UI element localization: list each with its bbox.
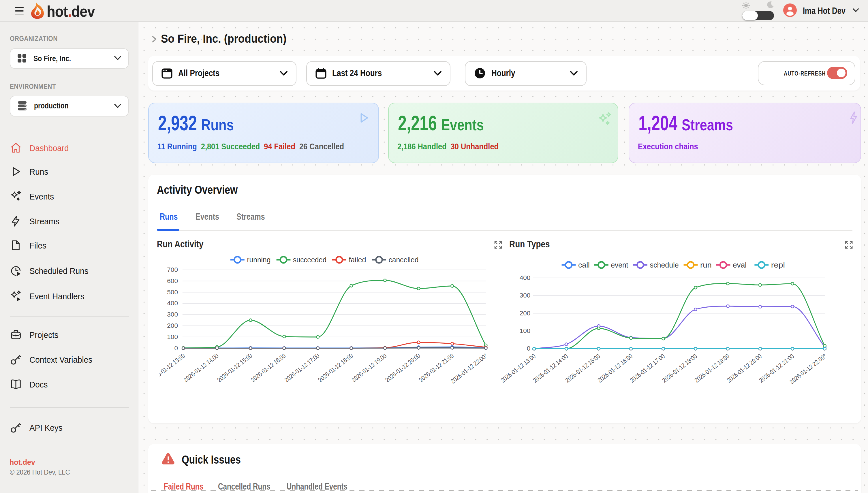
- svg-text:700: 700: [167, 266, 178, 273]
- svg-text:2026-01-12 16:00: 2026-01-12 16:00: [596, 352, 634, 384]
- svg-text:event: event: [611, 261, 628, 269]
- svg-text:2026-01-12 18:00: 2026-01-12 18:00: [661, 352, 698, 384]
- svg-text:2026-01-12 19:00: 2026-01-12 19:00: [350, 352, 387, 383]
- svg-text:2026-01-12 15:00: 2026-01-12 15:00: [215, 352, 253, 383]
- svg-text:eval: eval: [733, 261, 746, 269]
- svg-text:100: 100: [167, 333, 178, 340]
- svg-text:call: call: [578, 261, 589, 269]
- svg-text:2026-01-12 19:00: 2026-01-12 19:00: [693, 352, 731, 384]
- svg-text:400: 400: [520, 274, 530, 281]
- svg-text:300: 300: [520, 292, 530, 299]
- svg-text:2026-01-12 20:00: 2026-01-12 20:00: [725, 352, 763, 384]
- svg-text:2026-01-12 17:00: 2026-01-12 17:00: [628, 352, 666, 384]
- svg-text:run: run: [700, 261, 712, 269]
- svg-text:2026-01-12 20:00: 2026-01-12 20:00: [383, 352, 421, 383]
- svg-text:2026-01-12 15:00: 2026-01-12 15:00: [564, 352, 601, 384]
- svg-text:0: 0: [527, 344, 530, 352]
- svg-text:0: 0: [174, 344, 178, 351]
- svg-text:500: 500: [167, 288, 178, 296]
- svg-text:running: running: [247, 255, 270, 263]
- svg-text:2026-01-12 16:00: 2026-01-12 16:00: [249, 352, 287, 383]
- svg-text:300: 300: [167, 310, 178, 318]
- svg-text:2026-01-12 22:00*: 2026-01-12 22:00*: [449, 352, 488, 385]
- svg-text:200: 200: [520, 309, 530, 317]
- svg-text:schedule: schedule: [650, 261, 679, 269]
- svg-text:succeeded: succeeded: [293, 255, 326, 263]
- svg-text:400: 400: [167, 299, 178, 306]
- svg-text:repl: repl: [771, 261, 785, 269]
- svg-text:cancelled: cancelled: [388, 255, 418, 263]
- svg-text:2026-01-12 17:00: 2026-01-12 17:00: [283, 352, 320, 383]
- svg-text:2026-01-12 14:00: 2026-01-12 14:00: [531, 352, 569, 384]
- svg-text:2026-01-12 13:00: 2026-01-12 13:00: [159, 352, 186, 383]
- svg-text:200: 200: [167, 322, 178, 329]
- svg-text:failed: failed: [348, 255, 366, 263]
- svg-text:2026-01-12 13:00: 2026-01-12 13:00: [499, 352, 537, 384]
- svg-text:2026-01-12 14:00: 2026-01-12 14:00: [182, 352, 219, 383]
- svg-text:2026-01-12 18:00: 2026-01-12 18:00: [316, 352, 354, 383]
- svg-text:100: 100: [520, 327, 530, 334]
- svg-text:600: 600: [167, 277, 178, 284]
